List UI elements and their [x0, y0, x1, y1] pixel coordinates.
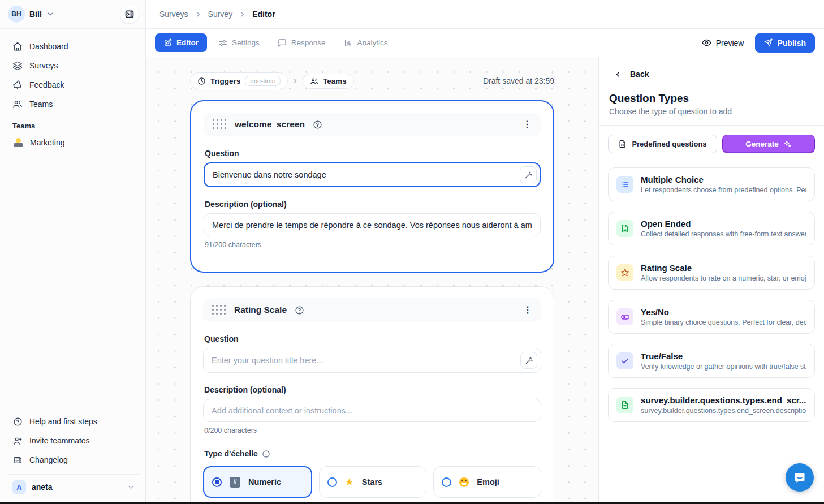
tab-response[interactable]: Response — [271, 33, 333, 53]
divider — [599, 125, 824, 126]
question-card-welcome[interactable]: welcome_screen ⋮ Question — [190, 100, 554, 273]
magic-wand-icon[interactable] — [520, 166, 537, 183]
message-icon — [278, 38, 287, 48]
chat-bubble-icon — [793, 471, 806, 484]
char-count: 91/200 characters — [205, 241, 540, 249]
magic-wand-icon[interactable] — [520, 352, 537, 369]
chat-launcher-button[interactable] — [786, 463, 814, 492]
scale-type-label: Type d'échelle — [204, 449, 540, 458]
collapse-sidebar-button[interactable] — [120, 5, 139, 23]
question-help-icon[interactable] — [313, 120, 322, 130]
char-count: 0/200 characters — [204, 427, 540, 434]
tab-settings[interactable]: Settings — [212, 33, 266, 53]
user-name[interactable]: Bill — [29, 10, 42, 19]
publish-button[interactable]: Publish — [755, 33, 815, 53]
preview-label: Preview — [716, 38, 744, 48]
toggle-icon — [616, 308, 633, 325]
card-title: Rating Scale — [234, 305, 287, 315]
smiley-emoji-icon — [459, 477, 469, 487]
sidebar-item-dashboard[interactable]: Dashboard — [8, 37, 140, 56]
sidebar-item-label: Changelog — [29, 455, 68, 464]
sidebar-header: BH Bill — [0, 0, 145, 29]
question-type-yes-no[interactable]: Yes/No Simple binary choice questions. P… — [608, 300, 815, 334]
option-label: Numeric — [248, 477, 281, 486]
org-switcher[interactable]: A aneta — [8, 474, 140, 498]
question-type-rating-scale[interactable]: Rating Scale Allow respondents to rate o… — [608, 256, 815, 290]
sidebar-item-surveys[interactable]: Surveys — [8, 56, 140, 75]
back-button[interactable]: Back — [608, 67, 815, 79]
sidebar-item-teams[interactable]: Teams — [8, 94, 140, 114]
scale-option-emoji[interactable]: Emoji — [433, 466, 541, 498]
question-types-panel: Back Question Types Choose the type of q… — [598, 57, 824, 504]
type-title: Yes/No — [641, 307, 806, 317]
tab-editor[interactable]: Editor — [155, 33, 207, 52]
publish-label: Publish — [777, 38, 806, 48]
description-input[interactable] — [203, 399, 541, 422]
trigger-type-badge: one-time — [245, 76, 281, 86]
scale-option-stars[interactable]: ★ Stars — [319, 466, 427, 498]
home-icon — [12, 41, 23, 51]
chevron-left-icon — [614, 70, 622, 79]
question-label: Question — [205, 149, 540, 158]
type-desc: Allow respondents to rate on a numeric, … — [641, 274, 806, 282]
breadcrumb-survey[interactable]: Survey — [208, 10, 233, 19]
user-avatar[interactable]: BH — [8, 6, 25, 23]
drag-handle-icon[interactable] — [212, 305, 226, 315]
sidebar: BH Bill Dashboard Surv — [0, 0, 146, 504]
preview-button[interactable]: Preview — [702, 38, 744, 48]
star-icon — [616, 264, 633, 281]
info-icon[interactable] — [262, 450, 270, 458]
teams-pill[interactable]: Teams — [303, 74, 354, 89]
tab-label: Settings — [232, 38, 260, 47]
sidebar-item-feedback[interactable]: Feedback — [8, 75, 140, 94]
question-label: Question — [204, 334, 540, 343]
sliders-icon — [218, 38, 227, 48]
newspaper-icon — [12, 455, 23, 465]
sidebar-item-help[interactable]: Help and first steps — [8, 412, 140, 431]
users-icon — [310, 77, 318, 85]
question-type-multiple-choice[interactable]: Multiple Choice Let respondents choose f… — [608, 167, 815, 201]
file-text-icon — [616, 397, 633, 413]
editor-toolbar: Editor Settings Response Analytics — [146, 29, 824, 57]
scale-option-numeric[interactable]: # Numeric — [203, 466, 312, 498]
sidebar-nav: Dashboard Surveys Feedback Teams — [0, 29, 145, 152]
description-label: Description (optional) — [204, 385, 540, 394]
type-title: Rating Scale — [641, 263, 806, 273]
sidebar-item-label: Invite teammates — [29, 436, 90, 445]
breadcrumb-surveys[interactable]: Surveys — [159, 10, 188, 19]
generate-label: Generate — [745, 140, 779, 148]
sidebar-item-marketing[interactable]: Marketing — [8, 133, 140, 152]
generate-button[interactable]: Generate — [722, 135, 815, 153]
triggers-pill[interactable]: Triggers one-time — [190, 72, 288, 89]
drag-handle-icon[interactable] — [213, 119, 227, 130]
back-label: Back — [630, 70, 649, 79]
clock-icon — [197, 77, 206, 85]
teams-label: Teams — [323, 77, 347, 85]
option-label: Stars — [362, 477, 382, 486]
tab-label: Analytics — [357, 38, 388, 47]
question-type-true-false[interactable]: True/False Verify knowledge or gather op… — [608, 344, 815, 378]
card-menu-icon[interactable]: ⋮ — [523, 305, 532, 315]
radio-selected-icon — [212, 477, 222, 487]
edit-icon — [163, 38, 172, 47]
question-title-input[interactable] — [204, 162, 541, 187]
chevron-down-icon[interactable] — [46, 10, 54, 18]
sidebar-footer: Help and first steps Invite teammates Ch… — [0, 406, 145, 504]
sidebar-item-label: Teams — [29, 100, 53, 109]
sidebar-item-changelog[interactable]: Changelog — [8, 450, 140, 469]
question-type-end-screen[interactable]: survey.builder.questions.types.end_scr..… — [608, 388, 815, 422]
type-title: survey.builder.questions.types.end_scr..… — [641, 395, 806, 405]
question-type-open-ended[interactable]: Open Ended Collect detailed responses wi… — [608, 212, 815, 245]
sidebar-item-invite[interactable]: Invite teammates — [8, 431, 140, 450]
tab-analytics[interactable]: Analytics — [337, 33, 395, 53]
description-input[interactable] — [204, 213, 541, 236]
card-menu-icon[interactable]: ⋮ — [523, 120, 532, 129]
question-card-rating[interactable]: Rating Scale ⋮ Question — [190, 286, 554, 504]
send-icon — [764, 38, 773, 47]
question-help-icon[interactable] — [295, 305, 304, 315]
card-header: welcome_screen ⋮ — [204, 113, 541, 136]
predefined-questions-button[interactable]: Predefined questions — [608, 135, 717, 153]
triggers-label: Triggers — [210, 77, 240, 85]
panel-subtitle: Choose the type of question to add — [609, 107, 814, 116]
question-title-input[interactable] — [203, 348, 541, 373]
